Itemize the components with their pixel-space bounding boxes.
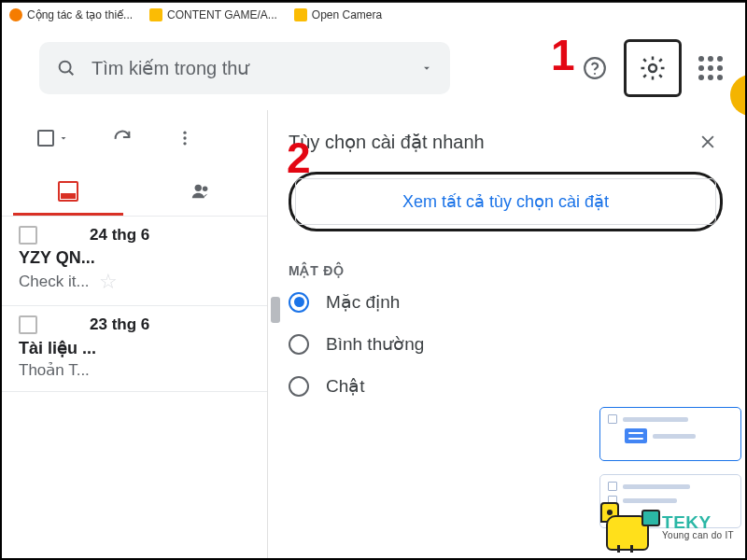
duck-icon	[600, 502, 655, 551]
mail-sender: YZY QN...	[19, 248, 250, 268]
folder-icon	[149, 8, 162, 21]
annotation-2: 2	[287, 133, 311, 183]
panel-title: Tùy chọn cài đặt nhanh	[289, 131, 485, 153]
density-label: Chật	[326, 375, 365, 397]
checkbox-icon	[37, 130, 54, 147]
mail-subject: Check it...	[19, 273, 90, 291]
mail-item[interactable]: 23 thg 6 Tài liệu ... Thoản T...	[2, 306, 267, 392]
annotation-1: 1	[551, 30, 575, 80]
svg-point-0	[60, 62, 71, 73]
svg-point-9	[203, 186, 208, 191]
density-option-default[interactable]: Mặc định	[289, 291, 723, 313]
brand-name: TEKY	[662, 513, 734, 531]
select-all[interactable]	[37, 130, 69, 147]
radio-icon	[289, 376, 309, 397]
bookmarks-bar: Cộng tác & tạo thiế... CONTENT GAME/A...…	[2, 2, 745, 26]
density-option-comfortable[interactable]: Bình thường	[289, 333, 723, 355]
search-box[interactable]: Tìm kiếm trong thư	[39, 42, 450, 94]
main: 24 thg 6 YZY QN... Check it... ☆ 23 thg …	[2, 110, 745, 560]
bookmark-icon	[9, 8, 22, 21]
mail-toolbar	[2, 110, 267, 166]
svg-point-7	[183, 142, 186, 145]
gear-icon	[639, 54, 667, 82]
mail-checkbox[interactable]	[19, 315, 37, 334]
svg-point-5	[183, 132, 186, 134]
mail-checkbox[interactable]	[19, 226, 37, 245]
quick-settings-panel: Tùy chọn cài đặt nhanh Xem tất cả tùy ch…	[268, 110, 745, 560]
header: Tìm kiếm trong thư	[2, 26, 745, 110]
radio-selected-icon	[289, 292, 309, 313]
tab-primary[interactable]	[2, 166, 134, 216]
mail-sender: Tài liệu ...	[19, 338, 250, 358]
density-section-label: MẬT ĐỘ	[289, 263, 723, 278]
refresh-icon[interactable]	[112, 128, 133, 148]
mail-item[interactable]: 24 thg 6 YZY QN... Check it... ☆	[2, 217, 267, 306]
help-button[interactable]	[575, 49, 614, 88]
inbox-icon	[58, 181, 78, 202]
density-preview	[599, 407, 741, 461]
dropdown-icon[interactable]	[420, 62, 433, 75]
bookmark-item[interactable]: Cộng tác & tạo thiế...	[9, 8, 133, 21]
bookmark-label: Cộng tác & tạo thiế...	[27, 8, 133, 21]
brand-logo: TEKY Young can do IT	[600, 502, 734, 551]
tab-social[interactable]	[134, 166, 267, 216]
close-button[interactable]	[693, 127, 723, 157]
bookmark-label: CONTENT GAME/A...	[167, 8, 277, 21]
settings-button[interactable]	[624, 39, 682, 97]
svg-line-1	[69, 71, 73, 75]
bookmark-item[interactable]: Open Camera	[294, 8, 382, 21]
mail-list-pane: 24 thg 6 YZY QN... Check it... ☆ 23 thg …	[2, 110, 268, 560]
svg-point-8	[195, 184, 202, 190]
chevron-down-icon	[58, 133, 69, 144]
folder-icon	[294, 8, 307, 21]
apps-grid-icon	[698, 56, 723, 80]
radio-icon	[289, 334, 309, 355]
see-all-settings-button[interactable]: Xem tất cả tùy chọn cài đặt	[295, 178, 716, 225]
more-icon[interactable]	[176, 129, 194, 147]
close-icon	[698, 133, 717, 151]
density-label: Bình thường	[326, 333, 424, 355]
apps-button[interactable]	[691, 49, 730, 88]
people-icon	[189, 181, 213, 202]
search-icon	[56, 58, 77, 78]
bookmark-item[interactable]: CONTENT GAME/A...	[149, 8, 277, 21]
density-label: Mặc định	[326, 291, 400, 313]
star-icon[interactable]: ☆	[99, 270, 118, 294]
mail-date: 23 thg 6	[90, 315, 149, 334]
see-all-highlight: Xem tất cả tùy chọn cài đặt	[289, 172, 723, 231]
svg-point-6	[183, 136, 186, 139]
category-tabs	[2, 166, 267, 217]
bookmark-label: Open Camera	[312, 8, 382, 21]
search-placeholder: Tìm kiếm trong thư	[92, 57, 405, 79]
help-icon	[583, 56, 607, 80]
density-option-compact[interactable]: Chật	[289, 375, 723, 397]
mail-subject: Thoản T...	[19, 360, 90, 380]
svg-point-4	[649, 64, 656, 72]
svg-point-3	[594, 73, 596, 75]
mail-date: 24 thg 6	[90, 226, 149, 245]
brand-tagline: Young can do IT	[662, 531, 734, 540]
